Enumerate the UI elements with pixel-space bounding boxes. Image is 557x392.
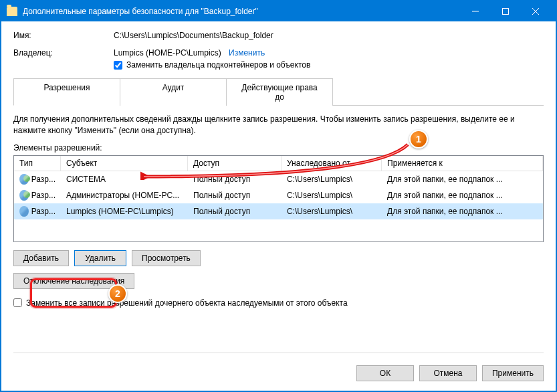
change-owner-link[interactable]: Изменить <box>229 48 265 58</box>
maximize-button[interactable] <box>490 1 520 21</box>
svg-rect-1 <box>502 9 508 15</box>
cell-inherited: C:\Users\Lumpics\ <box>282 189 382 201</box>
replace-owner-checkbox[interactable] <box>114 61 122 70</box>
table-row[interactable]: Разр...Lumpics (HOME-PC\Lumpics)Полный д… <box>14 203 543 219</box>
cell-access: Полный доступ <box>188 189 282 201</box>
table-row[interactable]: Разр...Администраторы (HOME-PC...Полный … <box>14 187 543 203</box>
help-text: Для получения дополнительных сведений дв… <box>13 114 544 136</box>
cell-type: Разр... <box>31 175 55 184</box>
col-type[interactable]: Тип <box>14 156 61 171</box>
user-icon <box>19 190 29 201</box>
tab-effective[interactable]: Действующие права до <box>226 78 333 106</box>
annotation-step1: 1 <box>409 130 428 149</box>
minimize-button[interactable] <box>460 1 490 21</box>
cell-subject: Lumpics (HOME-PC\Lumpics) <box>61 205 188 217</box>
cell-applies: Для этой папки, ее подпапок ... <box>382 205 543 217</box>
annotation-step2: 2 <box>108 284 127 303</box>
owner-value: Lumpics (HOME-PC\Lumpics) <box>114 48 221 58</box>
cell-access: Полный доступ <box>188 205 282 217</box>
cell-applies: Для этой папки, ее подпапок ... <box>382 189 543 201</box>
titlebar: Дополнительные параметры безопасности дл… <box>1 1 556 21</box>
user-icon <box>19 206 29 217</box>
replace-owner-label: Заменить владельца подконтейнеров и объе… <box>126 60 310 70</box>
apply-button[interactable]: Применить <box>482 365 544 381</box>
cell-type: Разр... <box>31 191 55 200</box>
cancel-button[interactable]: Отмена <box>419 365 477 381</box>
annotation-highlight-add <box>30 278 117 308</box>
separator <box>13 353 544 353</box>
tabs: Разрешения Аудит Действующие права до <box>13 78 544 106</box>
name-label: Имя: <box>13 31 114 40</box>
owner-label: Владелец: <box>13 48 114 70</box>
name-value: C:\Users\Lumpics\Documents\Backup_folder <box>114 31 544 40</box>
cell-inherited: C:\Users\Lumpics\ <box>282 205 382 217</box>
close-button[interactable] <box>520 1 550 21</box>
remove-button[interactable]: Удалить <box>74 250 126 266</box>
user-icon <box>19 174 29 185</box>
window-title: Дополнительные параметры безопасности дл… <box>23 7 460 16</box>
annotation-arrow <box>140 143 411 180</box>
ok-button[interactable]: ОК <box>356 365 414 381</box>
replace-child-checkbox[interactable] <box>13 298 22 307</box>
security-dialog: Дополнительные параметры безопасности дл… <box>0 0 557 392</box>
tab-permissions[interactable]: Разрешения <box>13 78 120 106</box>
view-button[interactable]: Просмотреть <box>132 250 201 266</box>
cell-subject: Администраторы (HOME-PC... <box>61 189 188 201</box>
add-button[interactable]: Добавить <box>13 250 69 266</box>
cell-type: Разр... <box>31 207 55 216</box>
tab-audit[interactable]: Аудит <box>120 78 227 106</box>
footer-buttons: ОК Отмена Применить <box>356 365 544 381</box>
folder-icon <box>7 7 17 16</box>
